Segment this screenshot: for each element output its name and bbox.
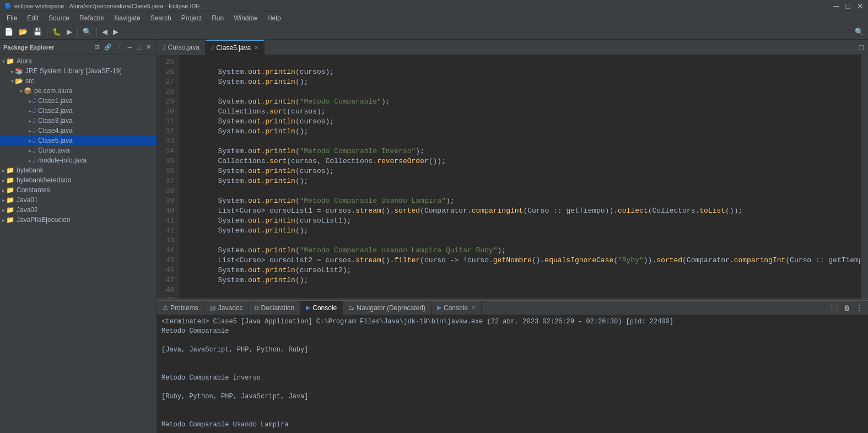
code-line-35: Collections.sort(cursos, Collections.rev… <box>184 157 446 165</box>
sidebar-menu-btn[interactable]: ⋮ <box>115 43 125 51</box>
toolbar-save[interactable]: 💾 <box>31 26 44 37</box>
toolbar-search[interactable]: 🔍 <box>80 26 94 37</box>
tab-javadoc[interactable]: @ Javadoc <box>204 301 249 315</box>
tab-javadoc-label: Javadoc <box>218 304 243 312</box>
line-num-33: 33 <box>157 137 179 147</box>
menu-item-edit[interactable]: Edit <box>23 13 43 23</box>
maximize-button[interactable]: □ <box>846 2 850 10</box>
toolbar-next[interactable]: ▶ <box>111 26 121 37</box>
tab-console-2[interactable]: ▶ Console ✕ <box>432 301 482 315</box>
java-file-icon: J <box>33 117 36 125</box>
tree-label: Constantes <box>17 186 50 194</box>
menu-item-run[interactable]: Run <box>207 13 228 23</box>
toolbar-open[interactable]: 📂 <box>17 26 30 37</box>
tab-console-active-label: Console <box>312 304 337 312</box>
console-stop-btn[interactable]: ⬛ <box>828 303 840 313</box>
console-output-line-3: Metodo Comparable Inverso <box>161 374 864 383</box>
tab-clase5-close-icon[interactable]: ✕ <box>254 45 258 51</box>
menu-item-navigate[interactable]: Navigate <box>110 13 144 23</box>
tree-item-7[interactable]: ▸ JClase4.java <box>0 126 157 136</box>
tree-label: JavaPilaEjecucion <box>17 216 70 224</box>
tree-label: src <box>25 77 34 85</box>
java-file-icon: J <box>33 137 36 144</box>
tree-item-1[interactable]: ▸ 📚JRE System Library [JavaSE-19] <box>0 66 157 76</box>
tree-item-6[interactable]: ▸ JClase3.java <box>0 116 157 126</box>
menu-item-file[interactable]: File <box>2 13 21 23</box>
minimize-button[interactable]: ─ <box>834 2 839 10</box>
close-window-button[interactable]: ✕ <box>857 2 864 10</box>
sidebar-close-btn[interactable]: ✕ <box>144 43 153 51</box>
code-line-29: System.out.println("Metodo Comparable"); <box>184 98 390 106</box>
code-editor[interactable]: 2526272829303132333435363738394041424344… <box>157 55 868 299</box>
tree-item-13[interactable]: ▸ 📁Constantes <box>0 185 157 195</box>
menu-item-refactor[interactable]: Refactor <box>75 13 109 23</box>
menu-item-search[interactable]: Search <box>146 13 176 23</box>
line-num-43: 43 <box>157 236 179 246</box>
tab-declaration[interactable]: D Declaration <box>249 301 301 315</box>
tab-problems-label: Problems <box>170 304 198 312</box>
menu-item-project[interactable]: Project <box>177 13 206 23</box>
tree-item-3[interactable]: ▾ 📦pe.com.alura <box>0 86 157 96</box>
tab-console-2-close-icon[interactable]: ✕ <box>471 305 476 311</box>
tab-clase5-java-label: Clase5.java <box>216 44 251 52</box>
tree-item-12[interactable]: ▸ 📁bytebankheredado <box>0 175 157 185</box>
toolbar-right-search[interactable]: 🔍 <box>853 26 866 37</box>
tree-item-8[interactable]: ▸ JClase5.java <box>0 136 157 145</box>
code-content[interactable]: System.out.println(cursos); System.out.p… <box>179 55 860 299</box>
tree-arrow: ▸ <box>2 167 5 174</box>
editor-tab-bar: J Curso.java J Clase5.java ✕ □ <box>157 40 868 55</box>
tree-item-11[interactable]: ▸ 📁bytebank <box>0 165 157 175</box>
bottom-tab-actions: ⬛ 🗑 ⋮ <box>828 303 868 313</box>
java-file-icon: J <box>33 97 36 105</box>
menu-item-help[interactable]: Help <box>263 13 285 23</box>
tab-console-active[interactable]: ▶ Console <box>300 301 343 315</box>
tree-arrow: ▸ <box>29 118 31 124</box>
code-line-30: Collections.sort(cursos); <box>184 107 326 116</box>
tree-label: Clase5.java <box>38 137 73 144</box>
menu-item-window[interactable]: Window <box>229 13 262 23</box>
tab-bar-maximize-btn[interactable]: □ <box>857 43 866 52</box>
sidebar-minimize-btn[interactable]: ─ <box>126 43 134 51</box>
code-line-36: System.out.println(cursos); <box>184 167 334 175</box>
tab-clase5-java[interactable]: J Clase5.java ✕ <box>206 40 265 55</box>
tree-item-15[interactable]: ▸ 📁Java02 <box>0 205 157 215</box>
tree-label: Java02 <box>17 206 38 214</box>
console-terminated-line: <terminated> Clase5 [Java Application] C… <box>161 317 864 327</box>
sidebar-maximize-btn[interactable]: □ <box>135 43 142 51</box>
toolbar-prev[interactable]: ◀ <box>100 26 110 37</box>
menu-item-source[interactable]: Source <box>44 13 74 23</box>
toolbar-run[interactable]: ▶ <box>64 26 74 37</box>
line-num-48: 48 <box>157 285 179 295</box>
tree-item-0[interactable]: ▾ 📁Alura <box>0 56 157 66</box>
tree-item-16[interactable]: ▸ 📁JavaPilaEjecucion <box>0 215 157 225</box>
tab-navigator[interactable]: 🗂 Navigator (Deprecated) <box>343 301 432 315</box>
console-options-btn[interactable]: ⋮ <box>854 303 865 313</box>
main-layout: Package Explorer ⊟ 🔗 ⋮ ─ □ ✕ ▾ 📁Alura▸ 📚… <box>0 40 868 433</box>
tree-label: module-info.java <box>38 156 87 164</box>
tab-curso-java[interactable]: J Curso.java <box>157 40 206 55</box>
sidebar-title: Package Explorer <box>3 44 54 51</box>
tree-item-5[interactable]: ▸ JClase2.java <box>0 106 157 116</box>
line-num-31: 31 <box>157 117 179 127</box>
console-clear-btn[interactable]: 🗑 <box>842 303 853 313</box>
tree-item-10[interactable]: ▸ Jmodule-info.java <box>0 155 157 165</box>
tree-arrow: ▾ <box>2 58 5 64</box>
toolbar-new[interactable]: 📄 <box>2 26 15 37</box>
bottom-tab-bar: ⚠ Problems @ Javadoc D Declaration ▶ Con… <box>157 301 868 315</box>
tree-item-4[interactable]: ▸ JClase1.java <box>0 96 157 106</box>
sidebar-link-btn[interactable]: 🔗 <box>103 43 114 51</box>
line-num-30: 30 <box>157 107 179 117</box>
code-line-32: System.out.println(); <box>184 127 308 136</box>
tree-item-2[interactable]: ▾ 📂src <box>0 76 157 86</box>
tab-problems[interactable]: ⚠ Problems <box>157 301 204 315</box>
line-num-34: 34 <box>157 147 179 156</box>
line-num-38: 38 <box>157 186 179 196</box>
tree-label: pe.com.alura <box>34 87 72 95</box>
console-output-line-4: [Ruby, Python, PHP, JavaScript, Java] <box>161 392 864 402</box>
tab-curso-java-label: Curso.java <box>168 44 200 51</box>
library-icon: 📚 <box>15 67 23 75</box>
tree-item-9[interactable]: ▸ JCurso.java <box>0 145 157 155</box>
tree-item-14[interactable]: ▸ 📁Java01 <box>0 195 157 205</box>
toolbar-debug[interactable]: 🐛 <box>50 26 63 37</box>
sidebar-collapse-btn[interactable]: ⊟ <box>93 43 101 51</box>
